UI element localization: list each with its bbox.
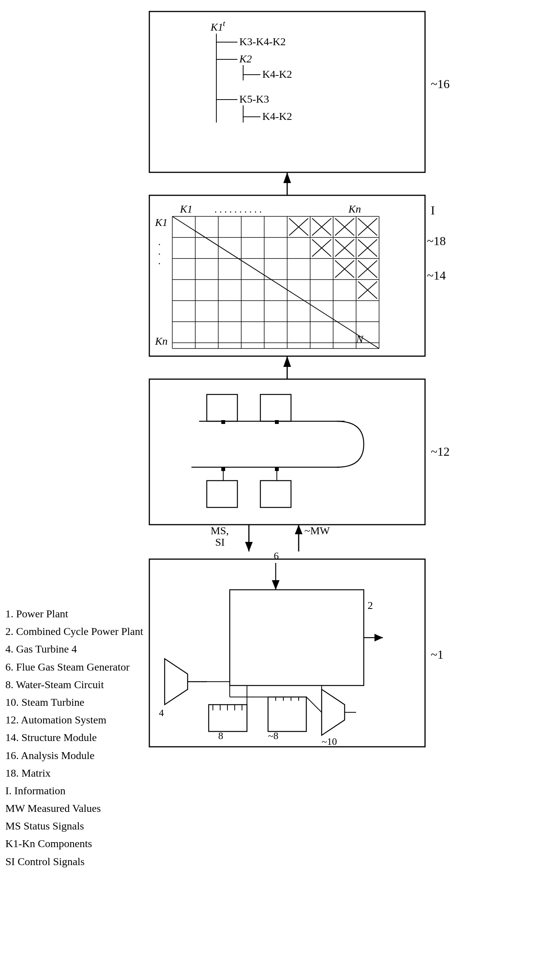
svg-rect-78 [221,420,225,424]
legend-item-10: 10. Steam Turbine [5,694,143,711]
svg-text:K3-K4-K2: K3-K4-K2 [239,36,286,47]
svg-text:~12: ~12 [431,445,450,458]
svg-text:~MW: ~MW [304,525,330,537]
svg-rect-104 [230,590,364,686]
legend: 1. Power Plant 2. Combined Cycle Power P… [5,605,143,870]
svg-text:K4-K2: K4-K2 [262,68,292,80]
svg-text:4: 4 [159,707,164,718]
legend-item-SI: SI Control Signals [5,853,143,870]
legend-item-I: I. Information [5,782,143,800]
svg-rect-75 [207,394,237,421]
svg-rect-85 [221,467,225,471]
svg-text:K1: K1 [155,216,168,228]
svg-text:~14: ~14 [427,268,446,282]
svg-rect-84 [260,481,291,507]
legend-item-8: 8. Water-Steam Circuit [5,676,143,694]
svg-rect-83 [207,481,237,507]
svg-text:2: 2 [368,599,373,611]
legend-item-6: 6. Flue Gas Steam Generator [5,658,143,676]
svg-text:. . . . . . . . . .: . . . . . . . . . . [214,204,262,215]
svg-text:N: N [356,333,364,345]
svg-text:K1: K1 [210,21,223,33]
svg-text:I: I [431,203,435,217]
svg-text:~18: ~18 [427,234,446,248]
svg-text:K4-K2: K4-K2 [262,110,292,122]
svg-text:t: t [223,18,226,28]
svg-rect-79 [275,420,279,424]
svg-text:~10: ~10 [322,736,337,747]
svg-text:8: 8 [218,730,223,741]
label-16: ~16 [431,77,450,91]
svg-marker-72 [283,356,291,367]
legend-item-MS: MS Status Signals [5,817,143,835]
svg-text:SI: SI [215,536,225,548]
svg-text:Kn: Kn [155,335,168,347]
svg-rect-76 [260,394,291,421]
svg-rect-0 [149,11,425,172]
svg-text:Kn: Kn [348,203,361,215]
svg-marker-18 [283,172,291,183]
page-container: ~16 K1 t K3-K4-K2 K2 K4-K2 K5-K3 K4-K2 [0,0,551,980]
svg-text:K1: K1 [180,203,193,215]
legend-item-18: 18. Matrix [5,764,143,782]
legend-item-16: 16. Analysis Module [5,747,143,764]
svg-text:K5-K3: K5-K3 [239,93,269,105]
svg-rect-86 [275,467,279,471]
legend-item-1: 1. Power Plant [5,605,143,623]
legend-item-K1Kn: K1-Kn Components [5,835,143,852]
svg-text:~1: ~1 [431,648,443,661]
legend-item-MW: MW Measured Values [5,800,143,817]
legend-item-12: 12. Automation System [5,711,143,729]
svg-text:.: . [158,255,161,267]
svg-marker-90 [245,542,253,551]
svg-text:MS,: MS, [211,525,229,537]
svg-marker-92 [295,525,302,534]
svg-text:K2: K2 [239,53,252,65]
svg-text:~8: ~8 [268,730,278,741]
legend-item-4: 4. Gas Turbine 4 [5,640,143,658]
legend-item-14: 14. Structure Module [5,729,143,746]
legend-item-2: 2. Combined Cycle Power Plant [5,623,143,640]
svg-text:6: 6 [274,550,279,561]
